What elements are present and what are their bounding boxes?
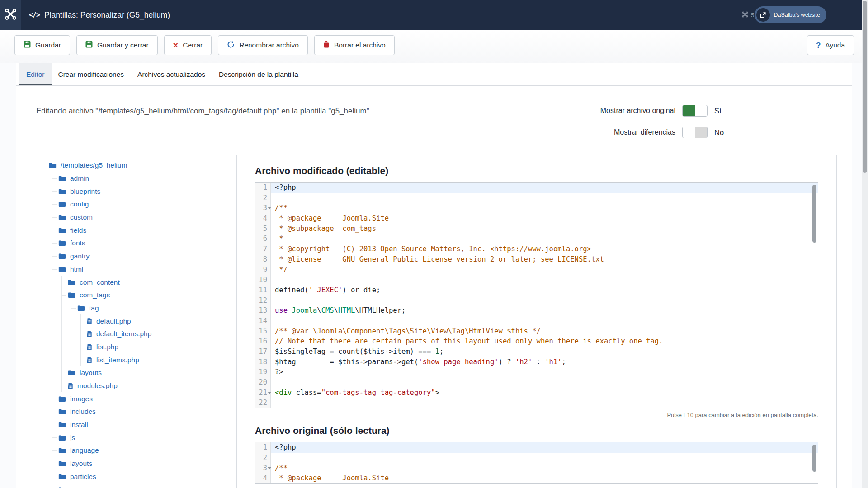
editing-message: Editando archivo "/templates/g5_helium/h…: [36, 107, 371, 116]
code-line[interactable]: <div class="com-tags-tag tag-category">: [271, 388, 818, 398]
code-line[interactable]: [271, 193, 818, 203]
code-line[interactable]: use Joomla\CMS\HTML\HTMLHelper;: [271, 305, 818, 316]
code-line[interactable]: [271, 453, 818, 463]
tree-item-blueprints[interactable]: blueprints: [58, 185, 236, 198]
code-row: 2: [255, 453, 818, 463]
code-line[interactable]: $isSingleTag = count($this->item) === 1;: [271, 347, 818, 357]
code-line[interactable]: <?php: [271, 183, 818, 193]
tree-node: layouts: [58, 457, 236, 470]
code-line[interactable]: [271, 377, 818, 388]
main-card: EditorCrear modificacionesArchivos actua…: [16, 63, 852, 488]
toggle-switch[interactable]: [682, 127, 708, 138]
close-button[interactable]: × Cerrar: [164, 35, 212, 55]
tree-item-default-items-php[interactable]: default_items.php: [87, 328, 236, 341]
code-line[interactable]: <?php: [271, 442, 818, 453]
tree-item-label: images: [70, 395, 93, 403]
tree-item-js[interactable]: js: [58, 431, 236, 444]
tree-item-images[interactable]: images: [58, 392, 236, 405]
tree-item-config[interactable]: config: [58, 198, 236, 211]
fold-arrow-icon[interactable]: [268, 207, 271, 209]
code-row: 13use Joomla\CMS\HTML\HTMLHelper;: [255, 305, 818, 316]
tree-item-language[interactable]: language: [58, 444, 236, 457]
code-line[interactable]: // Note that there are certain parts of …: [271, 336, 818, 347]
code-row: 9 */: [255, 265, 818, 275]
code-line[interactable]: /** @var \Joomla\Component\Tags\Site\Vie…: [271, 326, 818, 337]
code-line[interactable]: defined('_JEXEC') or die;: [271, 285, 818, 296]
code-row: 4 * @package Joomla.Site: [255, 473, 818, 483]
fold-arrow-icon[interactable]: [268, 467, 271, 469]
tree-node: js: [58, 431, 236, 444]
tree-item-scss[interactable]: scss: [58, 483, 236, 488]
tree-item-label: includes: [70, 408, 96, 416]
tree-node: gantry: [58, 250, 236, 263]
page-scrollbar-thumb[interactable]: [863, 1, 867, 173]
code-line[interactable]: */: [271, 265, 818, 275]
folder-icon: [58, 214, 66, 221]
code-line[interactable]: *: [271, 234, 818, 244]
editor-scrollbar-thumb[interactable]: [812, 185, 816, 243]
tree-item-custom[interactable]: custom: [58, 211, 236, 224]
page-scrollbar[interactable]: [862, 0, 868, 488]
joomla-logo[interactable]: [0, 0, 21, 30]
tree-item-layouts[interactable]: layouts: [68, 366, 236, 380]
delete-file-button[interactable]: Borrar el archivo: [314, 35, 395, 55]
file-tree: /templates/g5_heliumadminblueprintsconfi…: [33, 159, 236, 488]
tree-item-admin[interactable]: admin: [58, 172, 236, 185]
tree-item--templates-g5-helium[interactable]: /templates/g5_helium: [49, 159, 236, 172]
folder-icon: [58, 460, 66, 467]
code-editor-original[interactable]: 1<?php23/**4 * @package Joomla.Site: [255, 442, 818, 484]
code-line[interactable]: * @package Joomla.Site: [271, 473, 818, 483]
tree-item-layouts[interactable]: layouts: [58, 457, 236, 470]
tree-item-label: blueprints: [70, 188, 100, 196]
save-button[interactable]: Guardar: [14, 35, 70, 55]
tree-item-includes[interactable]: includes: [58, 405, 236, 418]
code-line[interactable]: /**: [271, 203, 818, 213]
editor-scrollbar-thumb[interactable]: [812, 445, 816, 472]
tree-item-tag[interactable]: tag: [77, 302, 236, 315]
close-icon: ×: [173, 41, 179, 50]
tab-crear-modificaciones[interactable]: Crear modificaciones: [52, 63, 131, 85]
code-editor-modified[interactable]: 1<?php23/**4 * @package Joomla.Site5 * @…: [255, 182, 818, 408]
tree-item-modules-php[interactable]: modules.php: [68, 380, 236, 393]
code-line[interactable]: * @subpackage com_tags: [271, 224, 818, 234]
code-line[interactable]: /**: [271, 463, 818, 474]
tree-item-fields[interactable]: fields: [58, 224, 236, 237]
tree-item-gantry[interactable]: gantry: [58, 250, 236, 263]
code-line[interactable]: [271, 316, 818, 326]
code-line[interactable]: [271, 275, 818, 285]
tree-item-list-php[interactable]: list.php: [87, 341, 236, 354]
help-button[interactable]: ? Ayuda: [807, 35, 854, 55]
toggle-label: Mostrar diferencias: [614, 128, 675, 136]
tree-item-com-content[interactable]: com_content: [68, 276, 236, 289]
fold-arrow-icon[interactable]: [268, 392, 271, 394]
tree-item-fonts[interactable]: fonts: [58, 237, 236, 250]
folder-icon: [68, 370, 75, 376]
code-line[interactable]: ?>: [271, 367, 818, 377]
tree-item-install[interactable]: install: [58, 418, 236, 432]
tab-bar: EditorCrear modificacionesArchivos actua…: [16, 63, 852, 86]
code-line[interactable]: [271, 296, 818, 306]
tree-item-com-tags[interactable]: com_tags: [68, 289, 236, 302]
line-number: 11: [255, 285, 271, 296]
tab-descripci-n-de-la-plantilla[interactable]: Descripción de la plantilla: [212, 63, 305, 85]
tree-node: config: [58, 198, 236, 211]
rename-file-label: Renombrar archivo: [239, 41, 299, 49]
tab-editor[interactable]: Editor: [19, 63, 52, 85]
site-preview-button[interactable]: DaSalba's website: [755, 6, 826, 23]
tab-archivos-actualizados[interactable]: Archivos actualizados: [131, 63, 212, 85]
toggle-switch[interactable]: [682, 105, 708, 117]
tree-item-html[interactable]: html: [58, 263, 236, 276]
tree-item-default-php[interactable]: default.php: [87, 314, 236, 328]
tree-item-particles[interactable]: particles: [58, 470, 236, 483]
code-line[interactable]: $htag = $this->params->get('show_page_he…: [271, 357, 818, 367]
rename-file-button[interactable]: Renombrar archivo: [218, 35, 308, 55]
code-line[interactable]: [271, 398, 818, 408]
tree-item-list-items-php[interactable]: list_items.php: [87, 353, 236, 366]
code-line[interactable]: * @copyright (C) 2013 Open Source Matter…: [271, 244, 818, 254]
save-close-button[interactable]: Guardar y cerrar: [76, 35, 158, 55]
code-line[interactable]: * @package Joomla.Site: [271, 213, 818, 224]
tree-item-label: fields: [70, 226, 86, 235]
folder-icon: [58, 240, 66, 246]
code-row: 4 * @package Joomla.Site: [255, 213, 818, 224]
code-line[interactable]: * @license GNU General Public License ve…: [271, 254, 818, 265]
